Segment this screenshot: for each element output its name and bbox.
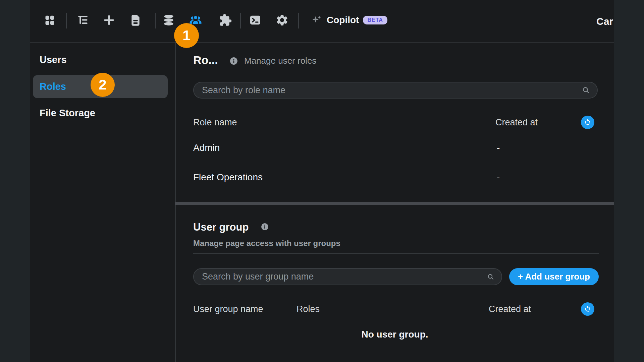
info-icon[interactable] [230, 57, 238, 65]
refresh-user-groups-button[interactable] [581, 302, 594, 316]
annotation-badge-2: 2 [91, 73, 115, 97]
role-search-input[interactable] [194, 82, 582, 98]
refresh-roles-button[interactable] [581, 116, 594, 129]
pages-button[interactable] [127, 12, 144, 28]
apps-grid-button[interactable] [42, 12, 58, 28]
sidebar-item-file-storage[interactable]: File Storage [33, 102, 168, 125]
info-icon[interactable] [261, 223, 269, 231]
plugins-button[interactable] [217, 12, 233, 28]
user-group-title: User group [193, 221, 249, 233]
role-name-cell: Fleet Operations [193, 172, 263, 183]
table-row[interactable]: Admin - [176, 142, 614, 157]
database-icon [162, 13, 175, 27]
toolbar-divider [155, 13, 156, 28]
roles-section-subtitle: Manage user roles [244, 56, 316, 66]
role-created-cell: - [497, 142, 500, 153]
sidebar-item-label: Users [40, 54, 67, 65]
search-icon [582, 86, 590, 95]
role-created-cell: - [497, 172, 500, 183]
gear-icon [275, 13, 289, 27]
app-title: Car [596, 0, 613, 43]
ug-column-name: User group name [193, 304, 263, 314]
add-button[interactable] [101, 12, 117, 28]
ug-column-roles: Roles [297, 304, 320, 314]
roles-column-created-at: Created at [495, 117, 538, 128]
sidebar-item-users[interactable]: Users [33, 48, 168, 71]
section-divider [175, 202, 614, 205]
ug-column-created-at: Created at [489, 304, 531, 314]
sparkle-icon [311, 14, 323, 26]
annotation-number: 1 [182, 27, 190, 44]
role-search-field [193, 82, 598, 99]
copilot-button[interactable]: Copilot BETA [311, 12, 387, 28]
terminal-icon [249, 13, 262, 27]
user-group-search-field [193, 268, 502, 285]
user-group-subtitle: Manage page access with user groups [193, 239, 340, 248]
puzzle-icon [219, 13, 232, 27]
add-user-group-button[interactable]: + Add user group [509, 268, 599, 285]
user-group-search-input[interactable] [194, 269, 487, 285]
tree-icon [76, 13, 90, 27]
sidebar-item-label: Roles [40, 81, 66, 92]
toolbar-divider [66, 13, 67, 28]
annotation-number: 2 [99, 77, 106, 93]
grid-icon [43, 13, 56, 27]
sidebar-item-label: File Storage [40, 108, 95, 119]
toolbar-divider [298, 13, 299, 28]
copilot-label: Copilot [327, 15, 359, 25]
table-row[interactable]: Fleet Operations - [176, 172, 614, 187]
screen: Copilot BETA Car Users Roles File Storag… [0, 0, 644, 362]
roles-column-name: Role name [193, 117, 237, 128]
roles-section-title: Ro... [193, 54, 218, 67]
main-panel: Ro... Manage user roles Role name Create… [176, 43, 614, 362]
console-button[interactable] [247, 12, 263, 28]
beta-badge: BETA [363, 16, 387, 24]
role-name-cell: Admin [193, 142, 220, 153]
app-window: Copilot BETA Car Users Roles File Storag… [30, 0, 614, 362]
toolbar: Copilot BETA Car [30, 0, 614, 43]
toolbar-divider [240, 13, 241, 28]
page-tree-button[interactable] [75, 12, 91, 28]
refresh-icon [584, 119, 591, 126]
plus-icon [102, 13, 116, 27]
empty-state-text: No user group. [176, 329, 614, 340]
annotation-badge-1: 1 [174, 23, 199, 48]
refresh-icon [584, 305, 591, 313]
search-icon [487, 273, 495, 281]
user-group-rule [193, 253, 599, 254]
database-button[interactable] [161, 12, 177, 28]
file-icon [129, 13, 142, 27]
settings-button[interactable] [274, 12, 290, 28]
